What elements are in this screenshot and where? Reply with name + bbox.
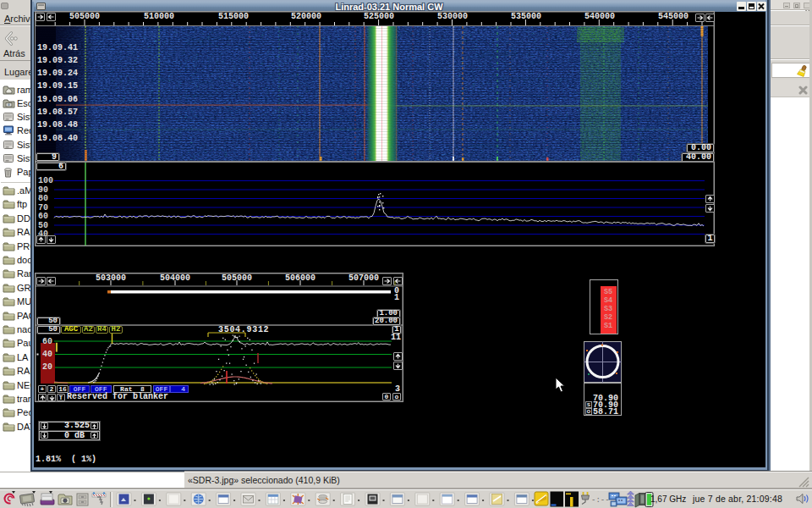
svg-text:jue 7 de abr, 21:09:48: jue 7 de abr, 21:09:48	[692, 494, 782, 504]
svg-text:1,67 GHz: 1,67 GHz	[650, 494, 686, 504]
svg-text:-:--: -:--	[591, 496, 610, 505]
